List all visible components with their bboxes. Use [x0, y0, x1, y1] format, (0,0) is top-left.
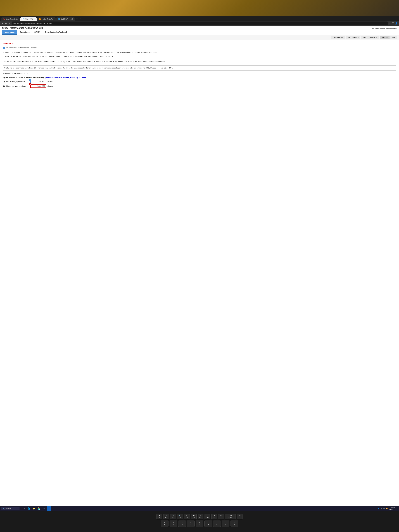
key-6[interactable]: ^ 6	[178, 520, 186, 527]
minimize-btn[interactable]: —	[82, 18, 86, 20]
taskbar-speaker-icon[interactable]: 🔊	[383, 508, 385, 509]
nav-tab-gradebook[interactable]: Gradebook	[17, 30, 32, 35]
key-f6[interactable]: 🔊 F6	[170, 514, 176, 519]
tab-wileypus[interactable]: 📄 WileyPLUS ✕	[20, 17, 37, 21]
answer-input-1[interactable]	[30, 80, 46, 83]
wrong-indicator-2: ✕	[29, 83, 31, 85]
key-print-screen[interactable]: Print Screen	[225, 514, 236, 519]
paragraph-1: On June 1, 2015, Sage Company and Prongh…	[3, 51, 396, 54]
browser-icons: ☆ ☰ 👤	[389, 22, 398, 25]
nav-tabs: Assignment Gradebook ORION Downloadable …	[2, 30, 397, 35]
answer-row-1: (1) Basic earnings per share ✓ shares	[3, 80, 396, 83]
back-btn[interactable]: ◄ BACK	[380, 36, 390, 39]
num-key-row: $ 4 % 5 ^ 6 & 7 * 8 ( 9 ) 0 — —	[2, 520, 397, 527]
url-bar[interactable]	[12, 21, 388, 25]
key-0[interactable]: ) 0	[213, 520, 221, 527]
tab-mystan[interactable]: 🟠 myStanState Port	[37, 17, 56, 21]
taskbar-icons: ⬡ 🌐 📁 🏪 ✉ W	[22, 507, 51, 511]
answer-input-wrapper-1: ✓	[30, 80, 46, 83]
clock-time: 12:17 AM	[389, 507, 395, 509]
paragraph-2: On April 1, 2017, the company issued an …	[3, 55, 396, 58]
key-f8[interactable]: ↺ F8	[184, 514, 190, 519]
wiley-header: Kieso, Intermediate Accounting, 16e INTE…	[0, 25, 399, 35]
fn-key-row: 🔇 F4 🔉 F5 🔊 F6 🔍 F7 ↺ F8 ⬜ F9 ⚙ F10 ⏮	[2, 514, 397, 519]
key-skip-fwd[interactable]: ⏭	[218, 514, 224, 519]
tab-icon-ch16: 📘	[58, 18, 60, 20]
next-btn[interactable]: NEX	[390, 36, 397, 39]
answer-input-2[interactable]	[30, 84, 46, 88]
italic-instruction: (Round answers to 0 decimal places, e.g.…	[45, 76, 86, 78]
tab-ch16[interactable]: 📘 Ch 16 WP – 2019	[56, 17, 75, 21]
calculator-btn[interactable]: CALCULATOR	[331, 36, 345, 39]
taskbar-store-icon[interactable]: 🏪	[37, 507, 41, 511]
answer-label-1: (1) Basic earnings per share	[3, 80, 29, 83]
taskbar-right: 👤 ∧ 🔊 📶 12:17 AM 10/1/2019 🗨	[378, 507, 398, 510]
taskbar: 🔍 search ⬡ 🌐 📁 🏪 ✉ W 👤 ∧ 🔊 📶 12:17 AM 10…	[0, 506, 399, 511]
answer-unit-1: shares	[48, 80, 53, 83]
taskbar-search[interactable]: 🔍 search	[1, 507, 19, 510]
answer-input-wrapper-2: ✕	[30, 84, 46, 88]
fullscreen-btn[interactable]: FULL SCREEN	[346, 36, 360, 39]
key-minus[interactable]: — —	[222, 520, 229, 527]
taskbar-word-icon[interactable]: W	[47, 507, 51, 511]
refresh-btn[interactable]: ↻	[8, 22, 11, 25]
taskbar-notification-icon[interactable]: 🗨	[397, 508, 398, 509]
key-5[interactable]: % 5	[170, 520, 177, 527]
clock-date: 10/1/2019	[389, 509, 395, 510]
main-content: CALCULATOR FULL SCREEN PRINTER VERSION ◄…	[0, 35, 399, 506]
key-f9[interactable]: ⬜ F9	[191, 514, 196, 519]
tab-icon-wiley: 📄	[22, 18, 24, 20]
key-f5[interactable]: 🔉 F5	[163, 514, 169, 519]
key-equals[interactable]: + =	[230, 520, 238, 527]
taskbar-folder-icon[interactable]: 📁	[32, 507, 36, 511]
forward-nav-btn[interactable]: ▶	[5, 22, 7, 25]
taskbar-user-icon[interactable]: 👤	[378, 508, 380, 509]
exercise-title: Exercise 16-23	[3, 42, 396, 45]
key-7[interactable]: & 7	[187, 520, 195, 527]
taskbar-wifi-icon[interactable]: 📶	[386, 508, 388, 509]
tab-icon-stan: 🟠	[39, 18, 41, 20]
clock: 12:17 AM 10/1/2019	[389, 507, 395, 510]
answer-row-2: (2) Diluted earnings per share ✕ shares	[3, 84, 396, 88]
taskbar-edge-icon[interactable]: 🌐	[27, 507, 31, 511]
browser-chrome: 🔖 Class Specificatio 📄 WileyPLUS ✕ 🟠 myS…	[0, 16, 399, 25]
key-9[interactable]: ( 9	[204, 520, 212, 527]
user-icon[interactable]: 👤	[395, 22, 398, 25]
correct-indicator-1: ✓	[29, 79, 31, 81]
address-bar-row: ◀ ▶ ↻ ☆ ☰ 👤	[0, 21, 399, 25]
paragraph-4-boxed: Stellar Inc. is preparing its annual rep…	[3, 65, 396, 71]
key-f10[interactable]: ⚙ F10	[198, 514, 203, 519]
nav-tab-assignment[interactable]: Assignment	[2, 30, 17, 35]
paragraph-3-boxed: Stellar Inc. also issued $600,000 of 20-…	[3, 59, 396, 64]
printer-btn[interactable]: PRINTER VERSION	[361, 36, 379, 39]
tab-close-btn[interactable]: ✕	[34, 19, 35, 20]
photo-background	[0, 0, 399, 16]
taskbar-cortana-icon[interactable]: ⬡	[22, 507, 26, 511]
partial-check-icon: ✓	[3, 47, 5, 49]
exercise-area: Exercise 16-23 ✓ Your answer is partiall…	[0, 40, 399, 91]
tab-icon: 🔖	[3, 18, 5, 20]
key-4[interactable]: $ 4	[161, 520, 169, 527]
wiley-title-row: Kieso, Intermediate Accounting, 16e INTE…	[2, 27, 397, 29]
back-nav-btn[interactable]: ◀	[1, 22, 4, 25]
question-a-label: (a) The number of shares to be used for …	[3, 76, 396, 79]
key-f4[interactable]: 🔇 F4	[157, 514, 162, 519]
paragraph-5: Determine the following for 2017.	[3, 72, 396, 75]
key-f12[interactable]: ⏸ F12	[211, 514, 217, 519]
partial-correct-msg: ✓ Your answer is partially correct. Try …	[3, 47, 396, 49]
key-f7[interactable]: 🔍 F7	[177, 514, 183, 519]
key-ins[interactable]: Ins	[237, 514, 242, 519]
tab-chevron[interactable]: ∨	[79, 18, 82, 20]
taskbar-mail-icon[interactable]: ✉	[42, 507, 46, 511]
keyboard-area: 🔇 F4 🔉 F5 🔊 F6 🔍 F7 ↺ F8 ⬜ F9 ⚙ F10 ⏮	[0, 511, 399, 532]
key-8[interactable]: * 8	[196, 520, 203, 527]
key-f11[interactable]: ⏮ F11	[204, 514, 210, 519]
tab-class-specificatio[interactable]: 🔖 Class Specificatio	[1, 17, 20, 21]
nav-tab-orion[interactable]: ORION	[32, 30, 43, 35]
taskbar-chevron-icon[interactable]: ∧	[381, 508, 382, 509]
nav-tab-etextbook[interactable]: Downloadable eTextbook	[43, 30, 70, 35]
new-tab-btn[interactable]: +	[75, 17, 79, 20]
reading-list-icon[interactable]: ☰	[392, 22, 394, 25]
bookmark-icon[interactable]: ☆	[389, 22, 391, 25]
toolbar-row: CALCULATOR FULL SCREEN PRINTER VERSION ◄…	[0, 35, 399, 40]
